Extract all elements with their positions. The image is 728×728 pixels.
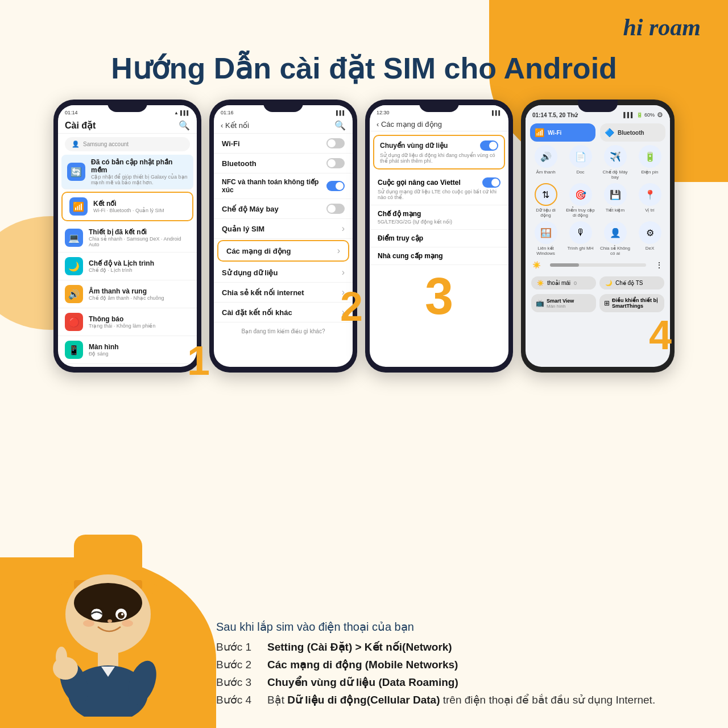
step-label-4: Bước 4 (216, 693, 267, 706)
display-item[interactable]: 📱 Màn hình Độ sáng (58, 336, 197, 364)
qs-save[interactable]: 💾 Tiết kiệm (599, 183, 631, 218)
qs-dex-label: DeX (646, 246, 655, 251)
qs-windows-label: Liên kết Windows (530, 246, 561, 256)
qs-battery[interactable]: 🔋 Điện pin (634, 145, 665, 180)
qs-sound-label: Âm thanh (536, 169, 555, 175)
data-roaming-header: Chuyển vùng dữ liệu (380, 140, 498, 151)
nfc-title: NFC và thanh toán không tiếp xúc (222, 178, 321, 194)
connection-item[interactable]: 📶 Kết nối Wi-Fi · Bluetooth · Quản lý SI… (61, 192, 193, 221)
thoai-mai-pct: 0 (574, 280, 577, 286)
qs-hotspot-label: Điểm truy cập di động (565, 208, 596, 218)
notif-title: Thông báo (89, 315, 190, 323)
search-icon-1[interactable]: 🔍 (179, 120, 190, 131)
qs-dex[interactable]: ⚙ DeX (634, 221, 665, 256)
bluetooth-toggle[interactable] (326, 158, 345, 168)
screen-header-2: ‹ Kết nối 🔍 (214, 117, 353, 134)
phone-frame-2: 01:16 ▌▌▌ ‹ Kết nối 🔍 Wi-Fi (209, 100, 357, 373)
svg-point-7 (118, 612, 125, 619)
sun-icon-bottom: ☀️ (537, 280, 544, 286)
flight-toggle[interactable] (326, 204, 345, 214)
svg-point-5 (91, 609, 102, 620)
notif-subtitle: Trạng thái · Không làm phiền (89, 323, 190, 329)
qs-save-label: Tiết kiệm (606, 208, 624, 213)
thoai-mai-btn[interactable]: ☀️ thoải mái 0 (531, 276, 596, 289)
grid-icon: ⊞ (604, 299, 610, 307)
svg-rect-12 (98, 650, 118, 667)
flight-item[interactable]: Chế độ Máy bay (214, 199, 353, 219)
qs-hotspot[interactable]: 🎯 Điểm truy cập di động (565, 183, 596, 218)
footer-text-2: Bạn đang tìm kiếm điều gì khác? (214, 322, 353, 340)
qs-location[interactable]: 📍 Vị trí (634, 183, 665, 218)
qs-wifi-item[interactable]: 📶 Wi-Fi (530, 123, 595, 142)
mode-item[interactable]: 🌙 Chế độ và Lịch trình Chế độ · Lịch trì… (58, 253, 197, 280)
qs-airplane[interactable]: ✈️ Chế độ Máy bay (599, 145, 631, 180)
qs-doc-icon: 📄 (569, 145, 592, 168)
intro-text: Sau khi lắp sim vào điện thoại của bạn (216, 620, 705, 634)
qs-doc[interactable]: 📄 Doc (565, 145, 596, 180)
network-mode-subtitle: 5G/LTE/3G/2G (tự động kết nối) (378, 219, 452, 225)
provider-title: Nhà cung cấp mạng (378, 252, 443, 260)
step-label-3: Bước 3 (216, 676, 267, 689)
update-icon: 🔄 (67, 163, 85, 181)
smart-things-btn[interactable]: ⊞ Điều khiển thiết bị SmartThings (599, 294, 664, 312)
connection-text: Kết nối Wi-Fi · Bluetooth · Quản lý SIM (93, 200, 185, 213)
settings-icon-4[interactable]: ⚙ (657, 111, 663, 119)
qs-windows-icon: 🪟 (535, 221, 557, 244)
flight-title: Chế độ Máy bay (222, 205, 321, 213)
qs-top-row: 📶 Wi-Fi 🔷 Bluetooth (526, 120, 670, 145)
qs-airplane-icon: ✈️ (604, 145, 627, 168)
data-roaming-toggle[interactable] (480, 140, 498, 151)
provider-item[interactable]: Nhà cung cấp mạng (370, 247, 508, 265)
qs-sound[interactable]: 🔊 Âm thanh (530, 145, 561, 180)
qs-mobile-data[interactable]: ⇅ Dữ liệu di động (530, 183, 561, 218)
data-roaming-item[interactable]: Chuyển vùng dữ liệu Sử dụng dữ liệu di đ… (373, 135, 505, 169)
viettel-toggle[interactable] (482, 177, 500, 188)
nfc-item[interactable]: NFC và thanh toán không tiếp xúc (214, 173, 353, 199)
nfc-toggle[interactable] (326, 181, 345, 191)
wifi-item[interactable]: Wi-Fi (214, 134, 353, 154)
display-title: Màn hình (89, 343, 190, 351)
time-3: 12:30 (377, 110, 390, 115)
qs-share[interactable]: 👤 Chia sẻ Không có ai (599, 221, 631, 256)
search-icon-2[interactable]: 🔍 (334, 120, 346, 131)
back-button-3[interactable]: ‹ Các mạng di động (377, 120, 442, 129)
viettel-title: Cuộc gọi nâng cao Viettel (378, 179, 461, 187)
qs-bluetooth-icon: 🔷 (605, 128, 614, 137)
access-point-item[interactable]: Điểm truy cập (370, 230, 508, 247)
sim-manage-item[interactable]: Quản lý SIM › (214, 219, 353, 239)
viettel-call-item[interactable]: Cuộc gọi nâng cao Viettel Sử dụng mạng d… (370, 173, 508, 205)
notification-item[interactable]: 🔴 Thông báo Trạng thái · Không làm phiền (58, 308, 197, 336)
bluetooth-item[interactable]: Bluetooth (214, 154, 353, 173)
qs-airplane-label: Chế độ Máy bay (599, 169, 631, 180)
qs-dex-icon: ⚙ (639, 221, 661, 244)
connected-devices-item[interactable]: 💻 Thiết bị đã kết nối Chia sẻ nhanh · Sa… (58, 224, 197, 253)
sound-subtitle: Chế độ âm thanh · Nhạc chuông (89, 295, 190, 301)
brightness-slider[interactable] (550, 263, 646, 267)
step-desc-2: Các mạng di động (Mobile Networks) (267, 658, 705, 671)
wifi-toggle[interactable] (326, 138, 345, 148)
qs-sound-icon: 🔊 (535, 145, 557, 168)
hotspot-item[interactable]: Chia sẻ kết nối internet › (214, 283, 353, 303)
svg-point-11 (122, 620, 133, 627)
che-do-ts-btn[interactable]: 🌙 Chế độ TS (599, 276, 664, 289)
battery-icon-4: 🔋 60% (636, 112, 655, 118)
chevron-right-mobile: › (337, 246, 340, 256)
more-icon[interactable]: ⋮ (655, 260, 663, 270)
mobile-networks-item[interactable]: Các mạng di động › (217, 240, 349, 262)
network-mode-item[interactable]: Chế độ mạng 5G/LTE/3G/2G (tự động kết nố… (370, 205, 508, 230)
sound-item[interactable]: 🔊 Âm thanh và rung Chế độ âm thanh · Nhạ… (58, 280, 197, 308)
qs-windows[interactable]: 🪟 Liên kết Windows (530, 221, 561, 256)
qs-hotspot-icon: 🎯 (569, 183, 592, 206)
signal-icon-1: ▌▌▌ (180, 110, 190, 115)
mode-text: Chế độ và Lịch trình Chế độ · Lịch trình (89, 259, 190, 273)
software-update-item[interactable]: 🔄 Đã có bản cập nhật phần mềm Cập nhật đ… (61, 155, 193, 189)
data-usage-item[interactable]: Sử dụng dữ liệu › (214, 263, 353, 283)
nfc-text: NFC và thanh toán không tiếp xúc (222, 178, 321, 194)
qs-bluetooth-item[interactable]: 🔷 Bluetooth (600, 123, 665, 142)
phone-frame-3: 12:30 ▌▌▌ ‹ Các mạng di động Chuyển vùng… (365, 100, 513, 373)
back-button-2[interactable]: ‹ Kết nối (221, 121, 249, 130)
qs-recorder[interactable]: 🎙 Trình ghi MH (565, 221, 596, 256)
smart-view-btn[interactable]: 📺 Smart View Màn hình (531, 294, 596, 312)
other-settings-item[interactable]: Cài đặt kết nối khác › (214, 303, 353, 322)
logo: hi roam (623, 14, 701, 41)
